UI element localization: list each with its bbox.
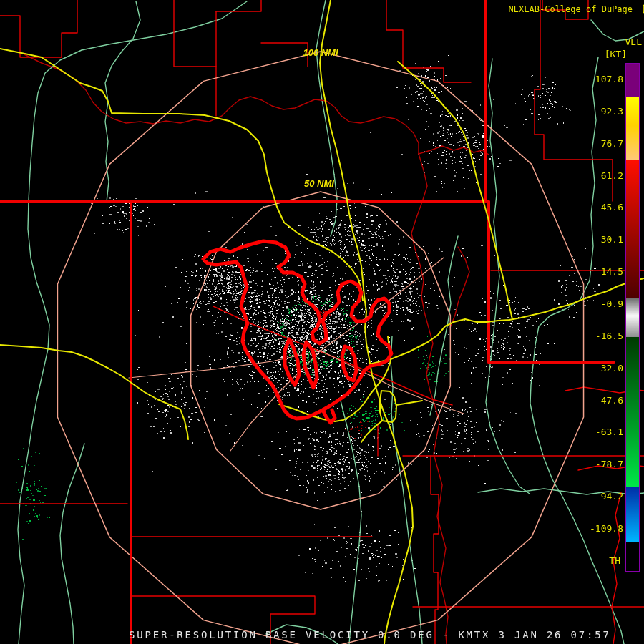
urban-area-tail <box>323 410 335 423</box>
highway-stub-south <box>361 421 382 442</box>
app-title: NEXLAB-College of DuPage <box>509 4 633 14</box>
county-north-4 <box>261 43 308 67</box>
river-east <box>530 57 598 492</box>
highway-southwest <box>0 345 188 439</box>
river-southwest <box>60 444 84 644</box>
status-bar-product-text: SUPER-RESOLUTION BASE VELOCITY 0.0 DEG -… <box>129 629 611 640</box>
river-topright-corner <box>591 20 644 41</box>
county-se-wavy <box>578 465 644 470</box>
range-spoke-west <box>129 351 321 378</box>
county-north-3 <box>216 0 261 11</box>
county-nw-box-1 <box>62 0 77 57</box>
highway-i80-east <box>372 278 644 364</box>
range-spoke-southwest <box>230 351 321 451</box>
range-ring-100nmi <box>57 52 583 644</box>
county-wavy-top <box>24 54 419 154</box>
map-overlay <box>0 0 644 644</box>
urban-area-inner-loop-3 <box>285 339 299 385</box>
urban-area-outline <box>203 241 391 419</box>
county-east-wavy <box>565 387 644 393</box>
county-north-5 <box>386 0 471 82</box>
highway-i15 <box>320 0 413 644</box>
river-jordan <box>391 336 422 644</box>
river-bear-northeast <box>486 59 530 494</box>
range-ring-label-100nmi: 100 NMI <box>303 47 338 58</box>
county-south-center-steps <box>431 456 439 644</box>
river-weber <box>430 236 458 415</box>
range-ring-label-50nmi: 50 NMI <box>304 178 334 189</box>
county-se-vertical-wavy <box>612 492 621 644</box>
river-south-center <box>341 401 361 644</box>
radar-display: 100 NMI 50 NMI NEXLAB-College of DuPage … <box>0 0 644 644</box>
river-northwest <box>105 1 140 202</box>
county-wavy-east-horizontal <box>419 146 489 155</box>
county-wavy-wasatch <box>411 154 448 644</box>
county-north-1 <box>174 0 216 67</box>
county-northeast-steps <box>535 0 613 201</box>
county-wavy-northeast <box>450 247 469 328</box>
highway-i84-west <box>0 49 363 301</box>
highway-stub-east <box>396 401 422 405</box>
